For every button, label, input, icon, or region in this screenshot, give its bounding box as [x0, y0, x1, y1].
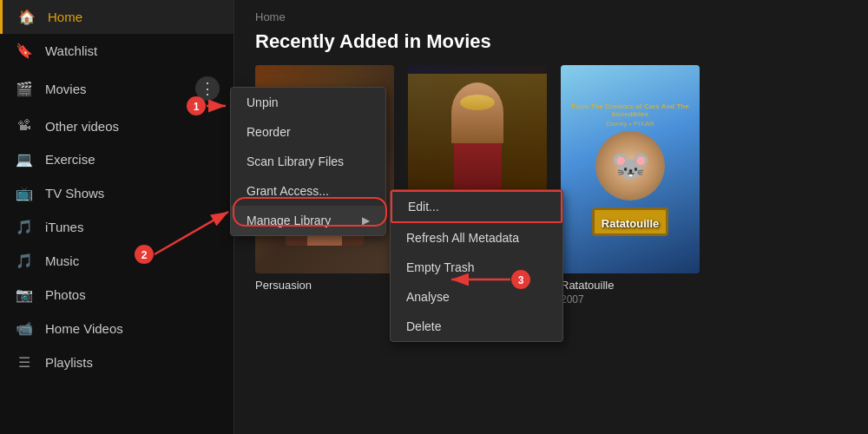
movies-more-button[interactable]: ⋮ [195, 76, 220, 101]
context-menu-unpin[interactable]: Unpin [231, 88, 385, 117]
sidebar-item-exercise[interactable]: 💻 Exercise [0, 142, 233, 176]
movie-title: Ratatouille [561, 279, 700, 292]
sidebar-item-label: Home [48, 10, 220, 24]
context-menu-manage-library[interactable]: Manage Library ▶ [231, 206, 385, 235]
sidebar-item-home[interactable]: 🏠 Home [0, 0, 233, 34]
sub-menu-empty-trash[interactable]: Empty Trash [391, 253, 562, 282]
sidebar-item-other-videos[interactable]: 📽 Other videos [0, 109, 233, 142]
sub-menu-delete[interactable]: Delete [391, 312, 562, 341]
sidebar-item-photos[interactable]: 📷 Photos [0, 278, 233, 312]
film-icon: 🎬 [14, 81, 35, 97]
bookmark-icon: 🔖 [14, 43, 35, 59]
sidebar-item-tv-shows[interactable]: 📺 TV Shows [0, 176, 233, 210]
sidebar-item-home-videos[interactable]: 📹 Home Videos [0, 312, 233, 345]
movie-poster-ratatouille: From The Creators of Cars And The Incred… [561, 65, 700, 273]
sidebar-item-music[interactable]: 🎵 Music [0, 244, 233, 278]
context-menu: Unpin Reorder Scan Library Files Grant A… [230, 87, 386, 236]
sub-menu-edit[interactable]: Edit... [391, 190, 562, 223]
tv-icon: 📺 [14, 185, 35, 201]
movie-card-ratatouille[interactable]: From The Creators of Cars And The Incred… [561, 65, 700, 306]
sidebar-item-label: TV Shows [45, 186, 220, 201]
video-icon: 📽 [14, 118, 35, 134]
sidebar-item-label: Exercise [45, 152, 220, 167]
ratatouille-rat: 🐭 [595, 131, 665, 201]
video-camera-icon: 📹 [14, 320, 35, 337]
breadcrumb: Home [234, 0, 868, 27]
sidebar-item-label: Home Videos [45, 321, 220, 336]
sidebar-item-label: Playlists [45, 355, 220, 370]
list-icon: ☰ [14, 354, 35, 371]
exercise-icon: 💻 [14, 151, 35, 168]
sidebar-item-label: Photos [45, 287, 220, 302]
movie-year: 2007 [561, 293, 700, 306]
context-menu-reorder[interactable]: Reorder [231, 117, 385, 147]
context-menu-scan[interactable]: Scan Library Files [231, 147, 385, 176]
sidebar-item-label: Watchlist [45, 43, 220, 58]
sidebar-item-playlists[interactable]: ☰ Playlists [0, 345, 233, 379]
home-icon: 🏠 [16, 9, 37, 25]
sidebar-item-movies[interactable]: 🎬 Movies ⋮ [0, 68, 233, 109]
context-menu-grant-access[interactable]: Grant Access... [231, 176, 385, 206]
sidebar: 🏠 Home 🔖 Watchlist 🎬 Movies ⋮ 📽 Other vi… [0, 0, 234, 434]
movie-title: Persuasion [255, 279, 394, 292]
sidebar-item-label: iTunes [45, 220, 220, 234]
submenu-arrow-icon: ▶ [362, 214, 370, 227]
music-icon: 🎵 [14, 253, 35, 269]
sidebar-item-label: Movies [45, 82, 188, 96]
itunes-icon: 🎵 [14, 219, 35, 235]
sidebar-item-label: Other videos [45, 119, 220, 134]
sidebar-item-label: Music [45, 253, 220, 268]
sub-menu-analyse[interactable]: Analyse [391, 282, 562, 312]
sub-context-menu: Edit... Refresh All Metadata Empty Trash… [390, 189, 563, 342]
sidebar-item-itunes[interactable]: 🎵 iTunes [0, 210, 233, 244]
sidebar-item-watchlist[interactable]: 🔖 Watchlist [0, 34, 233, 68]
section-title: Recently Added in Movies [234, 27, 868, 65]
camera-icon: 📷 [14, 286, 35, 303]
sub-menu-refresh[interactable]: Refresh All Metadata [391, 223, 562, 253]
